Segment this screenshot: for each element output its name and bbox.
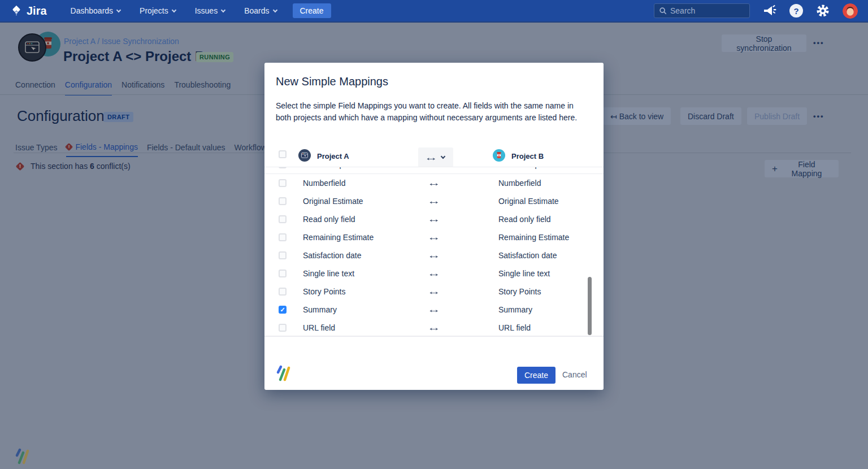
draft-badge: DRAFT	[103, 112, 133, 122]
configuration-heading: Configuration	[17, 107, 105, 125]
row-right-label: Story Points	[498, 287, 541, 296]
page-title: Project A <> Project B	[63, 49, 205, 64]
mapping-table-header: Project A ↔ Project B	[264, 145, 604, 167]
mapping-list[interactable]: Multi Group Picker ↔ Multi Group Picker …	[264, 167, 604, 337]
nav-item-label: Boards	[244, 6, 269, 15]
left-right-arrow-icon: ↔	[409, 323, 459, 333]
main-tabs: Connection Configuration Notifications T…	[15, 80, 231, 95]
status-badge: RUNNING	[196, 52, 233, 62]
nav-item-label: Projects	[140, 6, 168, 15]
project-a-avatar-icon	[298, 149, 311, 162]
nav-item-boards[interactable]: Boards	[244, 6, 276, 15]
row-right-label: Multi Group Picker	[498, 167, 563, 169]
row-checkbox[interactable]	[279, 233, 287, 241]
nav-item-issues[interactable]: Issues	[195, 6, 225, 15]
row-left-label: Numberfield	[303, 179, 345, 188]
cancel-button[interactable]: Cancel	[562, 370, 587, 379]
jira-logo[interactable]: Jira	[10, 5, 47, 18]
row-checkbox[interactable]	[279, 167, 287, 168]
user-avatar[interactable]	[843, 3, 858, 19]
nav-item-dashboards[interactable]: Dashboards	[71, 6, 121, 15]
back-to-view-label: Back to view	[619, 112, 664, 121]
row-left-label: Single line text	[303, 269, 354, 278]
row-checkbox[interactable]: ✓	[279, 306, 287, 314]
configuration-more-button[interactable]: •••	[813, 112, 824, 120]
row-checkbox[interactable]	[279, 270, 287, 277]
search-input[interactable]	[670, 6, 738, 15]
left-right-arrow-icon: ↔	[424, 153, 438, 163]
right-project-header: Project B	[511, 152, 544, 160]
megaphone-icon[interactable]	[762, 4, 777, 18]
nav-item-label: Dashboards	[71, 6, 114, 15]
mapping-row: Read only field ↔ Read only field	[264, 210, 604, 228]
conflict-text: This section has 6 conflict(s)	[31, 162, 131, 171]
subtab-label: Fields - Mappings	[75, 142, 138, 151]
dialog-title: New Simple Mappings	[276, 75, 388, 88]
row-checkbox[interactable]	[279, 215, 287, 223]
row-right-label: Single line text	[498, 269, 550, 278]
nav-menu: Dashboards Projects Issues Boards	[71, 6, 277, 15]
help-glyph: ?	[793, 6, 798, 16]
search-icon	[659, 7, 667, 15]
back-to-view-button[interactable]: ↤ Back to view	[603, 107, 671, 125]
warning-icon: !	[65, 143, 73, 151]
left-right-arrow-icon: ↔	[409, 250, 459, 260]
row-checkbox[interactable]	[279, 197, 287, 205]
row-checkbox[interactable]	[279, 288, 287, 296]
row-right-label: Original Estimate	[498, 197, 559, 206]
subtab-fields-default-values[interactable]: Fields - Default values	[147, 142, 225, 157]
mapping-direction-dropdown[interactable]: ↔	[418, 147, 453, 167]
user-avatar-icon	[843, 3, 858, 19]
create-mappings-button[interactable]: Create	[517, 367, 555, 384]
row-right-label: Numberfield	[498, 179, 541, 188]
help-icon[interactable]: ?	[789, 4, 803, 18]
stop-synchronization-button[interactable]: Stop synchronization	[722, 34, 806, 52]
left-right-arrow-icon: ↔	[409, 232, 459, 242]
row-checkbox[interactable]	[279, 251, 287, 259]
dialog-description: Select the simple Field Mappings you wan…	[276, 100, 585, 124]
tab-notifications[interactable]: Notifications	[121, 80, 164, 95]
tab-configuration[interactable]: Configuration	[65, 80, 112, 95]
getint-logo	[15, 448, 29, 464]
gear-icon[interactable]	[815, 3, 830, 18]
chevron-down-icon	[116, 7, 121, 12]
getint-logo	[276, 364, 290, 381]
tab-connection[interactable]: Connection	[15, 80, 55, 95]
row-left-label: Original Estimate	[303, 197, 363, 206]
create-button[interactable]: Create	[293, 3, 331, 18]
row-checkbox[interactable]	[279, 324, 287, 332]
dialog-footer: Create Cancel	[264, 361, 604, 390]
top-navbar: Jira Dashboards Projects Issues Boards C…	[0, 0, 868, 23]
mapping-row: Satisfaction date ↔ Satisfaction date	[264, 246, 604, 264]
left-right-arrow-icon: ↔	[409, 196, 459, 206]
nav-right-cluster: ?	[654, 3, 858, 19]
scrollbar-thumb[interactable]	[588, 277, 592, 335]
discard-draft-button[interactable]: Discard Draft	[680, 107, 741, 125]
header-more-button[interactable]: •••	[813, 38, 824, 47]
conflict-count: 6	[90, 162, 94, 171]
jira-logo-text: Jira	[27, 5, 47, 18]
mapping-row: Single line text ↔ Single line text	[264, 264, 604, 283]
left-right-arrow-icon: ↔	[409, 214, 459, 224]
error-icon: !	[16, 162, 25, 171]
tab-troubleshooting[interactable]: Troubleshooting	[174, 80, 231, 95]
breadcrumb[interactable]: Project A / Issue Synchronization	[64, 37, 179, 46]
add-field-mapping-button[interactable]: + Field Mapping	[765, 160, 839, 177]
subtab-issue-types[interactable]: Issue Types	[15, 142, 57, 157]
row-checkbox[interactable]	[279, 179, 287, 187]
chevron-down-icon	[441, 154, 445, 159]
conflict-warning: ! This section has 6 conflict(s)	[17, 162, 131, 171]
row-left-label: Remaining Estimate	[303, 233, 374, 242]
left-right-arrow-icon: ↔	[409, 268, 459, 279]
search-box[interactable]	[654, 3, 750, 18]
left-right-arrow-icon: ↔	[409, 305, 459, 315]
sync-pair-avatar	[16, 31, 61, 62]
nav-item-projects[interactable]: Projects	[140, 6, 176, 15]
row-left-label: Read only field	[303, 215, 355, 224]
mapping-rows: Numberfield ↔ Numberfield Original Estim…	[264, 174, 604, 337]
select-all-checkbox[interactable]	[279, 150, 287, 158]
plus-icon: +	[772, 164, 778, 173]
left-right-arrow-icon: ↔	[409, 178, 459, 188]
row-left-label: Satisfaction date	[303, 251, 362, 260]
subtab-fields-mappings[interactable]: ! Fields - Mappings	[66, 142, 138, 157]
